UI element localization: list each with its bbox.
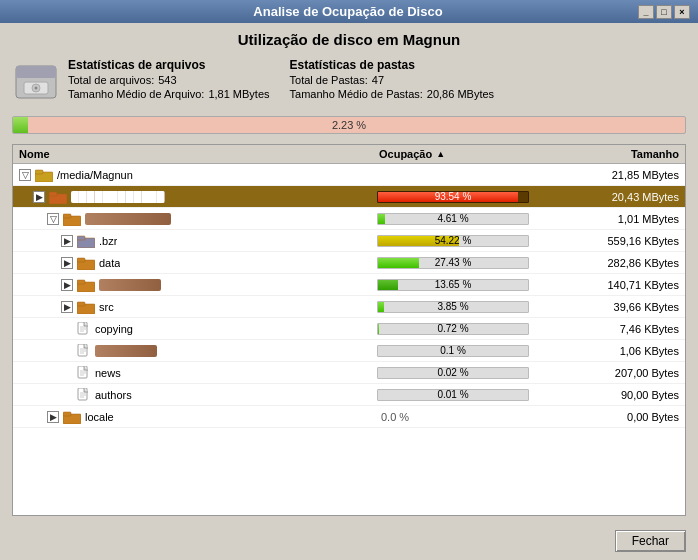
- svg-rect-14: [77, 258, 85, 262]
- tree-row-row-copying[interactable]: copying0.72 %7,46 KBytes: [13, 318, 685, 340]
- row-occupation-cell: 0.1 %: [373, 343, 533, 359]
- row-label: ████████: [99, 279, 161, 291]
- row-size-cell: 7,46 KBytes: [533, 321, 685, 337]
- expander-icon[interactable]: ▶: [61, 257, 73, 269]
- expander-icon[interactable]: ▶: [33, 191, 45, 203]
- occupation-bar: 54.22 %: [377, 235, 529, 247]
- row-name-cell: ▽ /media/Magnun: [13, 166, 373, 184]
- occupation-bar: 93.54 %: [377, 191, 529, 203]
- occupation-bar: 27.43 %: [377, 257, 529, 269]
- tree-row-row-blurred-4[interactable]: ████████0.1 %1,06 KBytes: [13, 340, 685, 362]
- row-name-cell: copying: [13, 320, 373, 338]
- row-name-cell: news: [13, 364, 373, 382]
- row-size-cell: 207,00 Bytes: [533, 365, 685, 381]
- stats-folders-title: Estatísticas de pastas: [290, 58, 495, 72]
- folder-icon: [77, 300, 95, 314]
- row-size-cell: 0,00 Bytes: [533, 409, 685, 425]
- row-name-cell: authors: [13, 386, 373, 404]
- svg-rect-10: [63, 214, 71, 218]
- row-name-cell: ▽ ███████████: [13, 210, 373, 228]
- tree-row-row-data[interactable]: ▶ data27.43 %282,86 KBytes: [13, 252, 685, 274]
- occupation-bar: 0.01 %: [377, 389, 529, 401]
- expander-icon[interactable]: ▶: [61, 279, 73, 291]
- row-size-cell: 20,43 MBytes: [533, 189, 685, 205]
- row-name-cell: ▶ locale: [13, 408, 373, 426]
- row-size-cell: 39,66 KBytes: [533, 299, 685, 315]
- occupation-bar: 13.65 %: [377, 279, 529, 291]
- row-label: src: [99, 301, 114, 313]
- row-name-cell: ▶ data: [13, 254, 373, 272]
- tree-container: Nome Ocupação ▲ Tamanho ▽ /media/Magnun2…: [12, 144, 686, 516]
- bar-label: 3.85 %: [378, 302, 528, 312]
- row-occupation-cell: 27.43 %: [373, 255, 533, 271]
- row-label: ███████████: [85, 213, 171, 225]
- expander-icon[interactable]: ▶: [61, 235, 73, 247]
- folder-icon: [77, 256, 95, 270]
- close-button[interactable]: ×: [674, 5, 690, 19]
- row-occupation-cell: 3.85 %: [373, 299, 533, 315]
- tree-row-row-authors[interactable]: authors0.01 %90,00 Bytes: [13, 384, 685, 406]
- occupation-bar: 4.61 %: [377, 213, 529, 225]
- disk-icon-files: [12, 58, 60, 106]
- tree-row-row-bzr[interactable]: ▶ .bzr54.22 %559,16 KBytes: [13, 230, 685, 252]
- col-occupation-header[interactable]: Ocupação ▲: [373, 145, 533, 163]
- row-size-cell: 282,86 KBytes: [533, 255, 685, 271]
- folder-icon: [77, 278, 95, 292]
- row-occupation-cell: [373, 173, 533, 177]
- bar-label: 93.54 %: [378, 192, 528, 202]
- row-occupation-cell: 0.0 %: [373, 409, 533, 425]
- avg-size-label: Tamanho Médio de Arquivo:: [68, 88, 204, 100]
- row-label: ████████████: [71, 191, 165, 203]
- row-name-cell: ▶ ████████: [13, 276, 373, 294]
- folder-icon: [77, 234, 95, 248]
- bar-label: 4.61 %: [378, 214, 528, 224]
- row-occupation-cell: 13.65 %: [373, 277, 533, 293]
- row-label: authors: [95, 389, 132, 401]
- tree-row-row-news[interactable]: news0.02 %207,00 Bytes: [13, 362, 685, 384]
- expander-icon[interactable]: ▶: [47, 411, 59, 423]
- expander-icon[interactable]: ▶: [61, 301, 73, 313]
- bar-label: 13.65 %: [378, 280, 528, 290]
- folder-icon: [63, 410, 81, 424]
- bar-label: 0.72 %: [378, 324, 528, 334]
- col-name-header[interactable]: Nome: [13, 145, 373, 163]
- tree-row-row-blurred-1[interactable]: ▶ ████████████93.54 %20,43 MBytes: [13, 186, 685, 208]
- row-label: ████████: [95, 345, 157, 357]
- total-files-label: Total de arquivos:: [68, 74, 154, 86]
- close-dialog-button[interactable]: Fechar: [615, 530, 686, 552]
- svg-rect-18: [77, 302, 85, 306]
- sort-arrow: ▲: [436, 149, 445, 159]
- row-name-cell: ▶ src: [13, 298, 373, 316]
- occupation-bar: 0.72 %: [377, 323, 529, 335]
- file-icon: [77, 344, 91, 358]
- expander-icon[interactable]: ▽: [19, 169, 31, 181]
- col-size-header[interactable]: Tamanho: [533, 145, 685, 163]
- svg-point-4: [35, 87, 38, 90]
- row-size-cell: 559,16 KBytes: [533, 233, 685, 249]
- tree-row-row-blurred-3[interactable]: ▶ ████████13.65 %140,71 KBytes: [13, 274, 685, 296]
- bar-label: 0.1 %: [378, 346, 528, 356]
- row-size-cell: 140,71 KBytes: [533, 277, 685, 293]
- occupation-text: 0.0 %: [377, 411, 409, 423]
- tree-row-row-media-magnun[interactable]: ▽ /media/Magnun21,85 MBytes: [13, 164, 685, 186]
- tree-body[interactable]: ▽ /media/Magnun21,85 MBytes▶ ███████████…: [13, 164, 685, 515]
- maximize-button[interactable]: □: [656, 5, 672, 19]
- row-label: data: [99, 257, 120, 269]
- progress-label: 2.23 %: [13, 117, 685, 133]
- folder-icon: [49, 190, 67, 204]
- svg-rect-8: [49, 192, 57, 196]
- row-occupation-cell: 0.01 %: [373, 387, 533, 403]
- tree-row-row-locale[interactable]: ▶ locale0.0 %0,00 Bytes: [13, 406, 685, 428]
- file-icon: [77, 366, 91, 380]
- minimize-button[interactable]: _: [638, 5, 654, 19]
- tree-row-row-blurred-2[interactable]: ▽ ███████████4.61 %1,01 MBytes: [13, 208, 685, 230]
- expander-icon[interactable]: ▽: [47, 213, 59, 225]
- svg-rect-16: [77, 280, 85, 284]
- folder-icon: [63, 212, 81, 226]
- stats-files-title: Estatísticas de arquivos: [68, 58, 270, 72]
- svg-rect-6: [35, 170, 43, 174]
- row-label: locale: [85, 411, 114, 423]
- tree-header: Nome Ocupação ▲ Tamanho: [13, 145, 685, 164]
- tree-row-row-src[interactable]: ▶ src3.85 %39,66 KBytes: [13, 296, 685, 318]
- bar-label: 0.02 %: [378, 368, 528, 378]
